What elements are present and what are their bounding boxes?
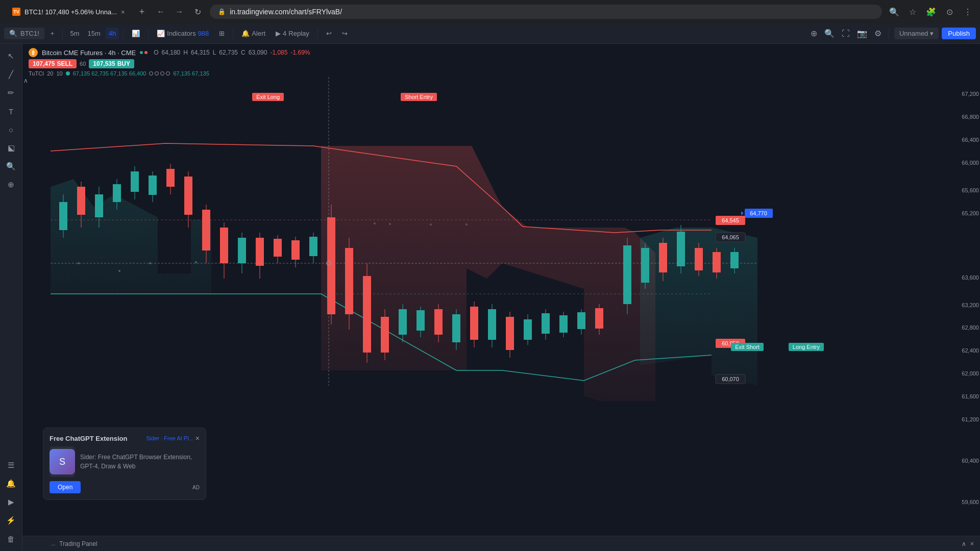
layout-name-btn[interactable]: Unnamed ▾ <box>894 28 939 39</box>
svg-rect-56 <box>488 309 496 340</box>
svg-rect-34 <box>309 237 317 256</box>
add-symbol-btn[interactable]: + <box>46 28 59 39</box>
text-tool[interactable]: T <box>3 103 19 119</box>
strategy-tool[interactable]: ⚡ <box>3 512 19 529</box>
tutci-values: 67,135 62,735 67,135 66,400 <box>73 70 146 77</box>
measure-tool[interactable]: ⬕ <box>3 140 19 156</box>
cursor-tool[interactable]: ↖ <box>3 48 19 64</box>
extensions-btn[interactable]: 🧩 <box>923 4 939 20</box>
alerts-tool[interactable]: 🔔 <box>3 475 19 492</box>
svg-rect-30 <box>274 239 282 257</box>
template-btn[interactable]: ⊞ <box>215 28 229 39</box>
zoom-tool[interactable]: 🔍 <box>3 158 19 174</box>
new-tab-btn[interactable]: + <box>135 5 149 19</box>
ad-title: Free ChatGPT Extension <box>50 435 127 442</box>
svg-point-90 <box>465 223 468 226</box>
compare-btn[interactable]: ⊕ <box>808 27 819 40</box>
svg-rect-82 <box>730 252 739 268</box>
redo-btn[interactable]: ↪ <box>338 28 352 39</box>
symbol-search[interactable]: 🔍 BTC1! <box>4 28 44 39</box>
price-65600: 65,600 <box>962 187 979 193</box>
svg-rect-38 <box>327 217 335 314</box>
browser-search-btn[interactable]: 🔍 <box>886 4 902 20</box>
zoom-btn[interactable]: 🔍 <box>822 27 837 40</box>
exit-long-signal[interactable]: Exit Long <box>252 93 284 101</box>
open-value: 64,180 <box>162 49 181 56</box>
timeframe-15m[interactable]: 15m <box>85 28 104 39</box>
change-pct-value: -1.69% <box>290 49 310 56</box>
browser-nav: ← → ↻ <box>153 4 206 20</box>
price-61200: 61,200 <box>962 416 979 422</box>
trash-tool[interactable]: 🗑 <box>3 531 19 547</box>
indicators-btn[interactable]: 📈 Indicators 988 <box>153 28 213 39</box>
template-icon: ⊞ <box>219 30 225 37</box>
price-66800: 66,800 <box>962 114 979 120</box>
open-label: O <box>154 49 158 56</box>
sell-btn[interactable]: 107,475 SELL <box>29 59 77 68</box>
sell-label: SELL <box>57 60 72 67</box>
long-entry-signal[interactable]: Long Entry <box>789 343 824 351</box>
svg-rect-22 <box>202 210 210 251</box>
tab-close-btn[interactable]: × <box>121 8 125 16</box>
low-label: L <box>213 49 216 56</box>
short-entry-signal[interactable]: Short Entry <box>401 93 437 101</box>
svg-rect-42 <box>363 276 371 353</box>
settings-btn[interactable]: ⚙ <box>872 27 884 40</box>
publish-btn[interactable]: Publish <box>942 28 976 39</box>
left-sidebar: ↖ ╱ ✏ T ○ ⬕ 🔍 ⊕ ☰ 🔔 ▶ ⚡ 🗑 <box>0 44 22 551</box>
menu-btn[interactable]: ⋮ <box>960 4 976 20</box>
chart-type-btn[interactable]: 📊 <box>128 28 144 39</box>
svg-text:60,070: 60,070 <box>722 376 739 382</box>
trading-panel-expand[interactable]: ... <box>51 541 55 546</box>
ad-open-btn[interactable]: Open <box>50 481 81 493</box>
address-bar[interactable]: 🔒 in.tradingview.com/chart/sFRYlvaB/ <box>210 5 882 19</box>
replay-btn[interactable]: ▶ 4 Replay <box>272 28 313 39</box>
timeframe-4h[interactable]: 4h <box>106 28 119 39</box>
tab-title: BTC1! 107,480 +5.06% Unna... <box>24 8 117 16</box>
tutci-p1: 20 <box>47 70 53 77</box>
high-label: H <box>183 49 188 56</box>
profile-btn[interactable]: ⊙ <box>941 4 958 20</box>
tab-favicon: TV <box>12 8 20 16</box>
exit-short-signal[interactable]: Exit Short <box>731 343 764 351</box>
active-tab[interactable]: TV BTC1! 107,480 +5.06% Unna... × <box>4 5 133 19</box>
sell-price: 107,475 <box>33 60 55 67</box>
alert-btn[interactable]: 🔔 Alert <box>237 28 270 39</box>
svg-rect-12 <box>113 184 121 202</box>
price-59600: 59,600 <box>962 499 979 505</box>
shapes-tool[interactable]: ○ <box>3 121 19 138</box>
back-btn[interactable]: ← <box>153 4 169 20</box>
ad-close-btn[interactable]: × <box>195 434 200 442</box>
buy-btn[interactable]: 107,535 BUY <box>89 59 134 68</box>
camera-btn[interactable]: 📷 <box>855 27 869 40</box>
svg-point-84 <box>118 270 120 272</box>
svg-rect-54 <box>470 307 478 340</box>
svg-rect-62 <box>542 313 550 334</box>
separator-3 <box>148 29 149 39</box>
line-tool[interactable]: ╱ <box>3 66 19 83</box>
alert-icon: 🔔 <box>241 30 250 37</box>
magnet-tool[interactable]: ⊕ <box>3 177 19 193</box>
trading-panel-collapse[interactable]: ∧ <box>962 540 966 547</box>
trading-panel-close[interactable]: × <box>970 540 974 547</box>
bookmark-btn[interactable]: ☆ <box>904 4 921 20</box>
spread-value: 60 <box>80 61 86 67</box>
dot-green <box>140 51 143 54</box>
chart-container[interactable]: ₿ Bitcoin CME Futures · 4h · CME O 64,18… <box>22 44 980 551</box>
refresh-btn[interactable]: ↻ <box>189 4 206 20</box>
svg-point-88 <box>389 223 391 225</box>
trading-panel-bar: ... Trading Panel ∧ × <box>45 536 980 551</box>
chart-title-row: ₿ Bitcoin CME Futures · 4h · CME O 64,18… <box>29 48 943 57</box>
undo-btn[interactable]: ↩ <box>322 28 336 39</box>
replay-tool[interactable]: ▶ <box>3 494 19 510</box>
svg-rect-72 <box>641 248 649 283</box>
close-label: C <box>241 49 246 56</box>
pencil-tool[interactable]: ✏ <box>3 85 19 101</box>
svg-rect-28 <box>256 238 264 266</box>
forward-btn[interactable]: → <box>171 4 187 20</box>
fullscreen-btn[interactable]: ⛶ <box>840 27 852 40</box>
timeframe-5m[interactable]: 5m <box>67 28 82 39</box>
main-layout: ↖ ╱ ✏ T ○ ⬕ 🔍 ⊕ ☰ 🔔 ▶ ⚡ 🗑 ₿ Bitcoin CME … <box>0 44 980 551</box>
watchlist-tool[interactable]: ☰ <box>3 457 19 473</box>
layout-name-label: Unnamed <box>899 30 928 37</box>
